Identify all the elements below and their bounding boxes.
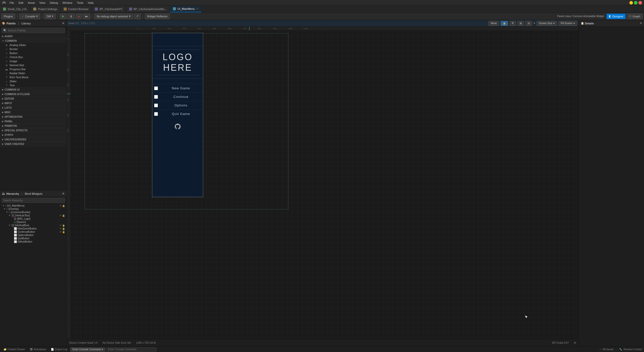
graph-button[interactable]: ⬡ Graph xyxy=(627,14,642,19)
tab-close-icon[interactable]: ✕ xyxy=(196,7,198,10)
palette-item-analog-slider[interactable]: ⊕ Analog Slider xyxy=(0,43,66,47)
debug-object-button[interactable]: No debug object selected ▾ xyxy=(94,14,133,19)
close-button[interactable] xyxy=(638,1,642,5)
lock-icon[interactable]: 🔒 xyxy=(62,205,65,207)
grid-button-2[interactable]: ⊟ xyxy=(525,21,532,26)
palette-section-primitive-header[interactable]: ▶ PRIMITIVE xyxy=(0,124,66,128)
step-button[interactable]: ⏭ xyxy=(83,14,90,19)
widget-reflector-button[interactable]: Widget Reflector xyxy=(145,14,170,19)
palette-section-uncategorized-header[interactable]: ▶ UNCATEGORIZED xyxy=(0,137,66,142)
h-item-new-game-btn[interactable]: ⬜ NewGameButton 👁 🔒 xyxy=(0,227,66,230)
palette-item-named-slot[interactable]: ⊕ Named Slot xyxy=(0,63,66,67)
palette-item-rich-text-block[interactable]: T Rich Text Block xyxy=(0,75,66,79)
palette-section-user-created-header[interactable]: ▶ USER CREATED xyxy=(0,142,66,146)
menu-file[interactable]: File xyxy=(8,1,16,5)
palette-section-panel-header[interactable]: ▶ PANEL xyxy=(0,119,66,124)
stop-button[interactable]: ■ xyxy=(76,14,82,19)
library-tab[interactable]: Library xyxy=(21,22,31,25)
palette-close-button[interactable]: ✕ xyxy=(62,22,64,25)
revision-control-label[interactable]: Revision Control xyxy=(624,348,642,351)
palette-section-common-ui-plugin-header[interactable]: ▶ COMMON UI PLUGIN xyxy=(0,92,66,96)
tab-content-browser[interactable]: Content Browser xyxy=(61,6,92,12)
h-item-common-border[interactable]: ▼ □ [CommonBorder] xyxy=(0,211,66,214)
palette-item-checkbox[interactable]: ✓ Check Box xyxy=(0,55,66,59)
center-canvas[interactable]: Zoom 1:1 1058 x 1153 None 🔒 R ⊞ ⊟ 4 Scre… xyxy=(67,20,579,346)
compile-button[interactable]: ✓ Compile ▾ xyxy=(19,14,40,19)
tab-bp-city-game[interactable]: BP_CitySampleGameMo... xyxy=(126,6,170,12)
h-item-vertical-box-2[interactable]: ▼ ⬛ [VerticalBox] 👁 🔒 xyxy=(0,224,66,227)
lock-button[interactable]: 🔒 xyxy=(501,21,508,26)
details-close-button[interactable]: ✕ xyxy=(640,22,642,25)
tab-project-settings[interactable]: Project Settings xyxy=(30,6,60,12)
continue-button-row[interactable]: Continue xyxy=(153,92,203,101)
palette-item-progress-bar[interactable]: ▬ Progress Bar xyxy=(0,67,66,71)
lock-icon-ng[interactable]: 🔒 xyxy=(62,227,65,230)
menu-window[interactable]: Window xyxy=(60,1,74,5)
hierarchy-search-box[interactable] xyxy=(2,198,65,203)
lock-icon-vbox1[interactable]: 🔒 xyxy=(62,214,65,217)
palette-search-input[interactable] xyxy=(8,29,63,32)
fill-screen-button[interactable]: Fill Screen ▾ xyxy=(558,21,577,26)
palette-section-editor-header[interactable]: ▶ EDITOR xyxy=(0,97,66,101)
h-item-img-logo[interactable]: 🖼 [IMG_Logo] xyxy=(0,217,66,220)
plugins-button[interactable]: Plugins xyxy=(2,14,15,19)
palette-section-optimization-header[interactable]: ▶ OPTIMIZATION xyxy=(0,115,66,119)
eye-icon-vbox1[interactable]: 👁 xyxy=(59,214,62,217)
palette-search-box[interactable]: 🔍 xyxy=(2,28,65,33)
new-game-button-row[interactable]: New Game xyxy=(153,84,203,92)
content-drawer-button[interactable]: 📁 Content Drawer xyxy=(2,347,27,352)
none-button[interactable]: None xyxy=(488,21,499,26)
play-button[interactable]: ▶ xyxy=(60,14,66,19)
palette-section-audio-header[interactable]: ▶ AUDIO xyxy=(0,34,66,38)
h-item-overlay[interactable]: ▼ □ [Overlay] xyxy=(0,207,66,211)
palette-item-radial-slider[interactable]: ○ Radial Slider xyxy=(0,71,66,75)
eye-icon-ng[interactable]: 👁 xyxy=(59,227,62,230)
tab-ui-main-menu[interactable]: UI_MainMenu ✕ xyxy=(170,6,201,12)
animations-button[interactable]: 🎬 Animations xyxy=(28,347,48,352)
eye-icon[interactable]: 👁 xyxy=(59,205,62,207)
palette-item-slider[interactable]: — Slider xyxy=(0,79,66,83)
palette-item-button[interactable]: □ Button xyxy=(0,51,66,55)
menu-tools[interactable]: Tools xyxy=(75,1,85,5)
palette-section-lists-header[interactable]: ▶ LISTS xyxy=(0,106,66,110)
menu-asset[interactable]: Asset xyxy=(26,1,37,5)
palette-section-synth-header[interactable]: ▶ SYNTH xyxy=(0,133,66,137)
grid-button-1[interactable]: ⊞ xyxy=(517,21,524,26)
quit-button-row[interactable]: Quit Game xyxy=(153,109,203,118)
h-item-continue-btn[interactable]: ⬜ ContinueButton 👁 🔒 xyxy=(0,230,66,233)
tab-small-city[interactable]: Small_City_LVL xyxy=(0,6,30,12)
eye-icon-vbox2[interactable]: 👁 xyxy=(59,224,62,227)
palette-section-common-header[interactable]: ▼ COMMON xyxy=(0,39,66,43)
hierarchy-close-button[interactable]: ✕ xyxy=(62,192,64,195)
h-item-spacer[interactable]: ⊡ [Spacer] xyxy=(0,220,66,224)
screen-size-button[interactable]: Screen Size ▾ xyxy=(537,21,557,26)
output-log-button[interactable]: 📄 Output Log xyxy=(49,347,69,352)
palette-section-common-ui-header[interactable]: ▶ COMMON UI xyxy=(0,88,66,92)
github-area[interactable] xyxy=(153,121,203,133)
eye-icon-cont[interactable]: 👁 xyxy=(59,231,62,233)
maximize-button[interactable] xyxy=(634,1,637,5)
dpi-settings-icon[interactable]: ⚙ xyxy=(574,341,576,344)
palette-section-special-effects-header[interactable]: ▶ SPECIAL EFFECTS xyxy=(0,128,66,133)
canvas-content-area[interactable]: LOGO HERE New Game Continue Options xyxy=(71,31,579,339)
minimize-button[interactable] xyxy=(629,1,633,5)
h-item-github-btn[interactable]: ⬜ GithubButton xyxy=(0,240,66,243)
palette-item-text[interactable]: T Text xyxy=(0,83,66,87)
bind-widgets-tab[interactable]: Bind Widgets xyxy=(25,192,43,195)
r-button[interactable]: R xyxy=(510,21,516,26)
h-item-quit-btn[interactable]: ⬜ QuitButton xyxy=(0,237,66,240)
palette-section-misc-header[interactable]: ▶ MISC xyxy=(0,110,66,114)
h-item-vertical-box-1[interactable]: ▼ ⬛ [Vertical Box] 👁 🔒 xyxy=(0,214,66,217)
designer-button[interactable]: ◧ Designer xyxy=(607,14,626,19)
menu-edit[interactable]: Edit xyxy=(17,1,25,5)
palette-section-input-header[interactable]: ▶ INPUT xyxy=(0,101,66,105)
menu-view[interactable]: View xyxy=(37,1,47,5)
lock-icon-vbox2[interactable]: 🔒 xyxy=(62,224,65,227)
h-item-ui-main-menu[interactable]: ▼ □ [UI_MainMenu] 👁 🔒 xyxy=(0,204,66,207)
lock-icon-cont[interactable]: 🔒 xyxy=(62,231,65,233)
diff-button[interactable]: Diff ▾ xyxy=(44,14,55,19)
menu-help[interactable]: Help xyxy=(86,1,96,5)
debug-arrow-button[interactable]: ↗ xyxy=(134,14,141,19)
tab-bp-city-sample[interactable]: BP_CitySamplePC xyxy=(92,6,126,12)
pause-button[interactable]: ⏸ xyxy=(67,14,75,19)
